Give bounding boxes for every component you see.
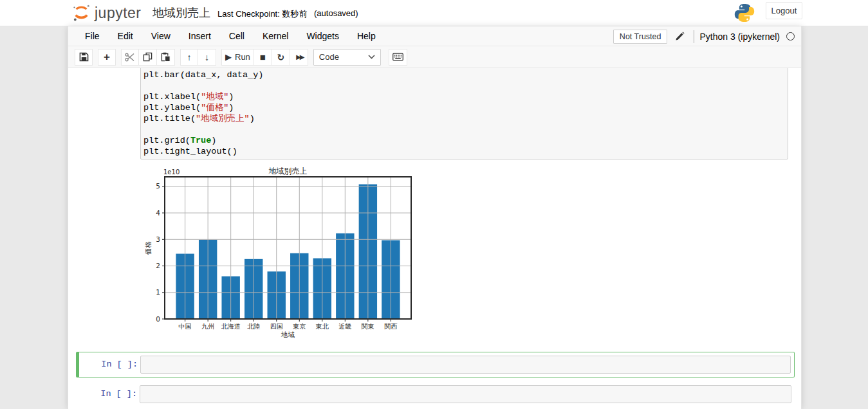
save-button[interactable] — [75, 49, 93, 66]
svg-text:0: 0 — [156, 315, 160, 323]
menu-file[interactable]: File — [76, 28, 109, 44]
paste-icon — [161, 52, 171, 62]
edit-mode-pencil-icon — [675, 32, 685, 41]
cell-prompt: In [ ]: — [79, 352, 140, 377]
keyboard-icon — [392, 53, 403, 61]
svg-text:地域: 地域 — [281, 331, 295, 338]
code-cell-input[interactable]: plt.bar(data_x, data_y) plt.xlabel("地域")… — [140, 68, 788, 159]
svg-text:地域別売上: 地域別売上 — [269, 167, 308, 176]
logout-button[interactable]: Logout — [766, 2, 802, 19]
svg-text:価格: 価格 — [144, 241, 152, 256]
cut-cell-button[interactable] — [121, 49, 139, 66]
svg-text:1: 1 — [156, 288, 160, 296]
svg-text:1e10: 1e10 — [163, 168, 180, 176]
move-cell-up-button[interactable]: ↑ — [180, 49, 198, 66]
cell-prompt: In [ ]: — [79, 383, 140, 407]
menu-cell[interactable]: Cell — [220, 28, 254, 44]
svg-text:関西: 関西 — [384, 323, 397, 330]
svg-text:東京: 東京 — [292, 323, 306, 330]
code-input-field[interactable] — [140, 385, 791, 403]
menu-edit[interactable]: Edit — [109, 28, 142, 44]
menu-help[interactable]: Help — [348, 28, 385, 44]
svg-text:3: 3 — [156, 235, 160, 243]
notebook-body: plt.bar(data_x, data_y) plt.xlabel("地域")… — [68, 68, 801, 408]
copy-icon — [143, 52, 152, 62]
notebook-title[interactable]: 地域別売上 — [152, 5, 210, 21]
menu-insert[interactable]: Insert — [180, 28, 220, 44]
cell-type-value: Code — [319, 52, 339, 62]
arrow-up-icon: ↑ — [187, 52, 192, 62]
cell-type-select[interactable]: Code — [313, 49, 381, 66]
svg-text:中国: 中国 — [179, 323, 192, 330]
kernel-separator — [694, 30, 694, 43]
checkpoint-status: Last Checkpoint: 数秒前 — [217, 8, 307, 20]
fast-forward-icon: ▶▶ — [296, 53, 303, 60]
svg-text:近畿: 近畿 — [338, 323, 351, 330]
scissors-icon — [125, 53, 135, 62]
run-button[interactable]: ▶ Run — [221, 49, 254, 66]
interrupt-kernel-button[interactable]: ■ — [254, 49, 272, 66]
run-label: Run — [235, 52, 250, 62]
code-input-field[interactable] — [140, 356, 791, 374]
toolbar: + — [68, 46, 801, 68]
stop-icon: ■ — [260, 51, 266, 62]
restart-run-all-button[interactable]: ▶▶ — [290, 49, 308, 66]
jupyter-logo-icon — [73, 3, 90, 23]
paste-cell-button[interactable] — [157, 49, 175, 66]
svg-text:関東: 関東 — [362, 323, 374, 330]
svg-text:5: 5 — [156, 182, 160, 190]
jupyter-logo[interactable]: jupyter — [73, 3, 142, 23]
header: jupyter 地域別売上 Last Checkpoint: 数秒前 (auto… — [0, 0, 868, 26]
trust-indicator-button[interactable]: Not Trusted — [613, 30, 668, 44]
notebook-app: File Edit View Insert Cell Kernel Widget… — [68, 26, 802, 409]
save-icon — [79, 52, 89, 62]
menu-view[interactable]: View — [142, 28, 180, 44]
copy-cell-button[interactable] — [139, 49, 157, 66]
menu-kernel[interactable]: Kernel — [254, 28, 297, 44]
svg-text:北陸: 北陸 — [247, 323, 260, 330]
svg-text:北海道: 北海道 — [221, 323, 241, 330]
add-cell-button[interactable]: + — [98, 49, 116, 66]
restart-kernel-button[interactable]: ↻ — [272, 49, 290, 66]
empty-code-cell-selected[interactable]: In [ ]: — [76, 352, 795, 377]
svg-text:2: 2 — [156, 262, 160, 269]
python-logo-icon — [734, 1, 755, 24]
arrow-down-icon: ↓ — [205, 52, 209, 62]
svg-text:東北: 東北 — [315, 323, 329, 330]
menubar: File Edit View Insert Cell Kernel Widget… — [68, 26, 801, 46]
output-chart: 012345中国九州北海道北陸四国東京東北近畿関東関西地域別売上1e10地域価格 — [143, 165, 424, 341]
move-cell-down-button[interactable]: ↓ — [198, 49, 216, 66]
menu-widgets[interactable]: Widgets — [297, 28, 348, 44]
svg-text:九州: 九州 — [201, 323, 214, 330]
chevron-down-icon — [368, 55, 375, 59]
empty-code-cell[interactable]: In [ ]: — [79, 383, 791, 407]
kernel-name: Python 3 (ipykernel) — [699, 32, 780, 42]
svg-text:四国: 四国 — [270, 323, 283, 330]
command-palette-button[interactable] — [389, 49, 407, 66]
svg-text:4: 4 — [156, 209, 160, 217]
plus-icon: + — [104, 51, 110, 64]
cell-output-area: 012345中国九州北海道北陸四国東京東北近畿関東関西地域別売上1e10地域価格 — [143, 165, 424, 341]
brand-text: jupyter — [95, 5, 142, 22]
kernel-idle-indicator-icon — [786, 32, 795, 41]
play-icon: ▶ — [225, 52, 232, 62]
autosave-status: (autosaved) — [314, 8, 358, 18]
restart-icon: ↻ — [277, 52, 284, 62]
